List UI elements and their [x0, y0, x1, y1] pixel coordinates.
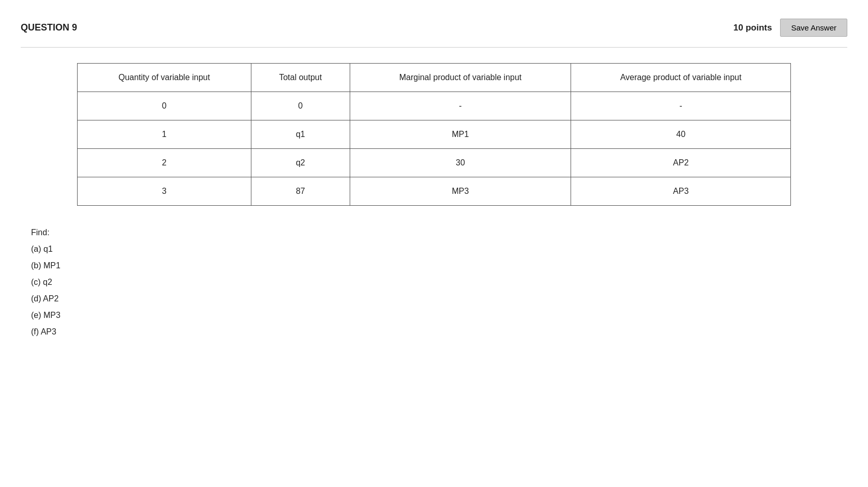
table-header-row: Quantity of variable input Total output … — [78, 64, 791, 92]
save-answer-button[interactable]: Save Answer — [780, 19, 847, 37]
find-item-f: (f) AP3 — [31, 324, 847, 340]
col-header-average: Average product of variable input — [571, 64, 791, 92]
table-row: 0 0 - - — [78, 92, 791, 120]
question-title: QUESTION 9 — [21, 22, 77, 33]
table-row: 3 87 MP3 AP3 — [78, 177, 791, 206]
find-label: Find: — [31, 228, 50, 237]
page-wrapper: QUESTION 9 10 points Save Answer Quantit… — [0, 0, 868, 487]
col-header-marginal: Marginal product of variable input — [350, 64, 571, 92]
find-item-c: (c) q2 — [31, 274, 847, 291]
find-item-d: (d) AP2 — [31, 291, 847, 307]
find-item-b: (b) MP1 — [31, 257, 847, 274]
table-row: 1 q1 MP1 40 — [78, 120, 791, 149]
cell-total-1: q1 — [251, 120, 350, 149]
cell-total-2: q2 — [251, 149, 350, 177]
cell-total-0: 0 — [251, 92, 350, 120]
cell-total-3: 87 — [251, 177, 350, 206]
col-header-qty: Quantity of variable input — [78, 64, 251, 92]
cell-qty-1: 1 — [78, 120, 251, 149]
data-table: Quantity of variable input Total output … — [77, 63, 791, 206]
table-row: 2 q2 30 AP2 — [78, 149, 791, 177]
find-item-e: (e) MP3 — [31, 307, 847, 324]
cell-marginal-1: MP1 — [350, 120, 571, 149]
cell-marginal-2: 30 — [350, 149, 571, 177]
col-header-total: Total output — [251, 64, 350, 92]
cell-marginal-0: - — [350, 92, 571, 120]
header-right: 10 points Save Answer — [734, 19, 847, 37]
table-container: Quantity of variable input Total output … — [21, 63, 847, 206]
cell-average-0: - — [571, 92, 791, 120]
find-item-a: (a) q1 — [31, 241, 847, 257]
cell-average-1: 40 — [571, 120, 791, 149]
cell-average-3: AP3 — [571, 177, 791, 206]
cell-qty-3: 3 — [78, 177, 251, 206]
cell-marginal-3: MP3 — [350, 177, 571, 206]
find-section: Find: (a) q1 (b) MP1 (c) q2 (d) AP2 (e) … — [21, 224, 847, 340]
cell-average-2: AP2 — [571, 149, 791, 177]
cell-qty-2: 2 — [78, 149, 251, 177]
header-bar: QUESTION 9 10 points Save Answer — [21, 10, 847, 48]
cell-qty-0: 0 — [78, 92, 251, 120]
points-label: 10 points — [734, 23, 772, 33]
